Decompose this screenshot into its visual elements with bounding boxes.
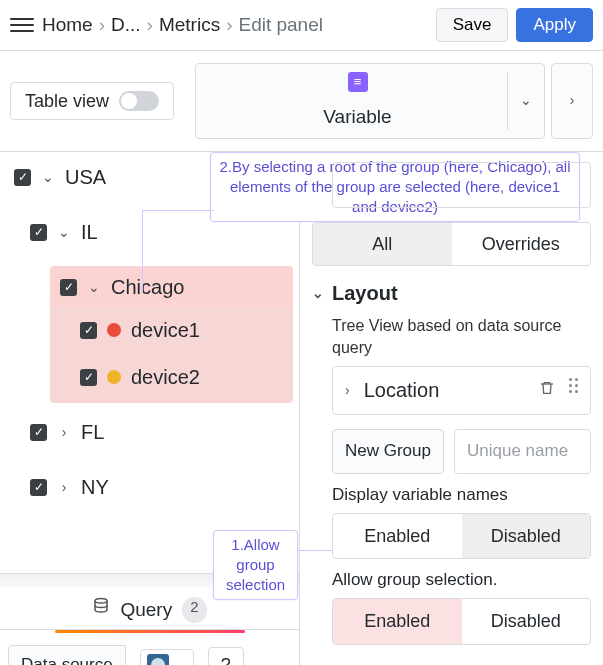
datasource-help-button[interactable]: ? — [208, 647, 244, 665]
display-variable-names-label: Display variable names — [332, 484, 591, 507]
tree-node-label: device1 — [131, 317, 200, 344]
group-location-label: Location — [364, 377, 440, 404]
checkbox-icon[interactable]: ✓ — [30, 479, 47, 496]
search-options-input[interactable] — [332, 162, 591, 208]
save-button[interactable]: Save — [436, 8, 509, 42]
checkbox-icon[interactable]: ✓ — [30, 224, 47, 241]
apply-button[interactable]: Apply — [516, 8, 593, 42]
chevron-right-icon[interactable]: › — [345, 381, 350, 400]
tree-view-description: Tree View based on data source query — [332, 315, 591, 358]
tree-node-label: device2 — [131, 364, 200, 391]
chevron-right-icon: › — [226, 12, 232, 38]
datasource-label: Data source — [8, 645, 126, 665]
chevron-down-icon: ⌄ — [175, 656, 187, 665]
new-group-button[interactable]: New Group — [332, 429, 444, 474]
section-layout-header[interactable]: ⌄ Layout — [312, 280, 591, 307]
chevron-right-icon: › — [570, 91, 575, 110]
chevron-down-icon[interactable]: ⌄ — [41, 168, 55, 187]
tree-node-label: USA — [65, 164, 106, 191]
annotation-line — [142, 210, 214, 211]
display-var-disabled-option[interactable]: Disabled — [462, 514, 591, 558]
tree-node-chicago[interactable]: ✓ ⌄ Chicago — [50, 268, 293, 307]
allow-group-enabled-option[interactable]: Enabled — [333, 599, 462, 643]
checkbox-icon[interactable]: ✓ — [80, 369, 97, 386]
status-dot-icon — [107, 370, 121, 384]
tree-node-label: FL — [81, 419, 104, 446]
breadcrumb: Home › D... › Metrics › Edit panel — [42, 12, 323, 38]
table-view-label: Table view — [25, 89, 109, 113]
checkbox-icon[interactable]: ✓ — [60, 279, 77, 296]
tree-node-label: IL — [81, 219, 98, 246]
chevron-right-icon[interactable]: › — [57, 478, 71, 497]
tree-node-fl[interactable]: ✓ › FL — [10, 413, 293, 452]
toggle-switch-icon[interactable] — [119, 91, 159, 111]
checkbox-icon[interactable]: ✓ — [80, 322, 97, 339]
tab-all[interactable]: All — [313, 223, 452, 265]
chevron-down-icon[interactable]: ⌄ — [87, 278, 101, 297]
panel-type-label: Variable — [323, 104, 391, 130]
tree-node-label: NY — [81, 474, 109, 501]
allow-group-selection-label: Allow group selection. — [332, 569, 591, 592]
delete-group-button[interactable] — [539, 378, 555, 402]
display-var-enabled-option[interactable]: Enabled — [333, 514, 462, 558]
panel-type-next-button[interactable]: › — [551, 63, 593, 139]
checkbox-icon[interactable]: ✓ — [14, 169, 31, 186]
variable-icon: ≡ — [348, 72, 368, 92]
panel-options-tabs: All Overrides — [312, 222, 591, 266]
tree-view: 2.By selecting a root of the group (here… — [0, 152, 299, 507]
group-location-row[interactable]: › Location — [332, 366, 591, 415]
allow-group-disabled-option[interactable]: Disabled — [462, 599, 591, 643]
datasource-select[interactable]: ⌄ — [140, 649, 194, 665]
breadcrumb-dashboard[interactable]: D... — [111, 12, 141, 38]
tree-node-device2[interactable]: ✓ device2 — [50, 354, 293, 401]
tab-overrides[interactable]: Overrides — [452, 223, 591, 265]
section-layout-title: Layout — [332, 280, 398, 307]
chevron-right-icon: › — [147, 12, 153, 38]
trash-icon — [539, 380, 555, 396]
table-view-toggle[interactable]: Table view — [10, 82, 174, 120]
breadcrumb-home[interactable]: Home — [42, 12, 93, 38]
panel-type-select[interactable]: ≡ Variable ⌄ — [195, 63, 545, 139]
query-tab[interactable]: Query 2 — [0, 587, 299, 630]
chevron-down-icon: ⌄ — [520, 91, 532, 110]
breadcrumb-metrics[interactable]: Metrics — [159, 12, 220, 38]
query-count-badge: 2 — [182, 597, 206, 623]
chevron-right-icon: › — [99, 12, 105, 38]
svg-point-0 — [95, 599, 107, 604]
hamburger-menu[interactable] — [10, 18, 34, 32]
drag-handle[interactable] — [569, 378, 578, 402]
tree-node-label: Chicago — [111, 274, 184, 301]
chevron-down-icon: ⌄ — [312, 284, 324, 303]
allow-group-selection-toggle: Enabled Disabled — [332, 598, 591, 644]
checkbox-icon[interactable]: ✓ — [30, 424, 47, 441]
breadcrumb-edit-panel: Edit panel — [238, 12, 323, 38]
postgres-icon — [147, 654, 169, 665]
query-tab-label: Query — [120, 597, 172, 623]
chevron-right-icon[interactable]: › — [57, 423, 71, 442]
tree-node-device1[interactable]: ✓ device1 — [50, 307, 293, 354]
tree-node-ny[interactable]: ✓ › NY — [10, 468, 293, 507]
chevron-down-icon[interactable]: ⌄ — [57, 223, 71, 242]
display-variable-names-toggle: Enabled Disabled — [332, 513, 591, 559]
help-icon: ? — [221, 653, 231, 665]
new-group-name-input[interactable]: Unique name — [454, 429, 591, 474]
database-icon — [92, 597, 110, 623]
status-dot-icon — [107, 323, 121, 337]
